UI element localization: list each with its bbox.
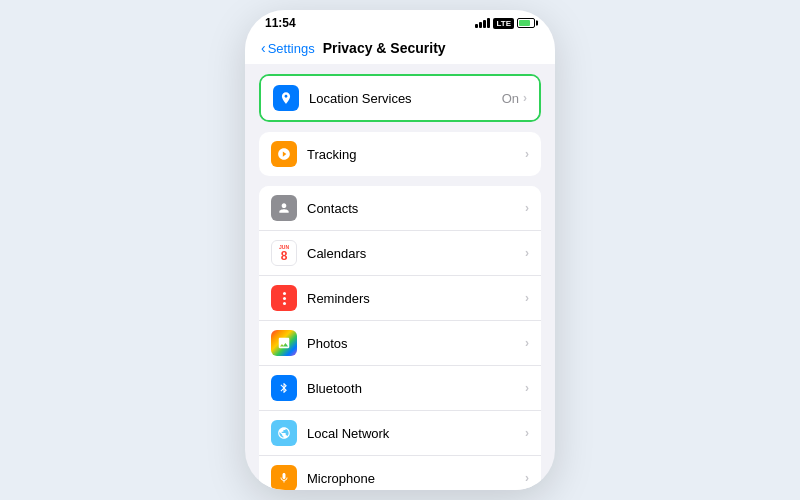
- local-network-label: Local Network: [307, 426, 525, 441]
- location-services-highlighted: Location Services On ›: [259, 74, 541, 122]
- signal-icon: [475, 18, 490, 28]
- calendars-icon: JUN 8: [271, 240, 297, 266]
- contacts-icon: [271, 195, 297, 221]
- contacts-row[interactable]: Contacts ›: [259, 186, 541, 231]
- photos-row[interactable]: Photos ›: [259, 321, 541, 366]
- location-services-label: Location Services: [309, 91, 502, 106]
- content-area: Location Services On › Tracking ›: [245, 64, 555, 490]
- tracking-section: Tracking ›: [259, 132, 541, 176]
- tracking-chevron: ›: [525, 147, 529, 161]
- lte-icon: LTE: [493, 18, 514, 29]
- reminders-icon: [271, 285, 297, 311]
- microphone-row[interactable]: Microphone ›: [259, 456, 541, 490]
- main-section: Contacts › JUN 8 Calendars ›: [259, 186, 541, 490]
- contacts-chevron: ›: [525, 201, 529, 215]
- location-services-value: On: [502, 91, 519, 106]
- back-button[interactable]: ‹ Settings: [261, 40, 315, 56]
- tracking-icon: [271, 141, 297, 167]
- calendars-row[interactable]: JUN 8 Calendars ›: [259, 231, 541, 276]
- tracking-row[interactable]: Tracking ›: [259, 132, 541, 176]
- location-services-icon: [273, 85, 299, 111]
- calendars-chevron: ›: [525, 246, 529, 260]
- status-bar: 11:54 LTE: [245, 10, 555, 34]
- photos-chevron: ›: [525, 336, 529, 350]
- tracking-label: Tracking: [307, 147, 525, 162]
- local-network-chevron: ›: [525, 426, 529, 440]
- bluetooth-icon: [271, 375, 297, 401]
- local-network-row[interactable]: Local Network ›: [259, 411, 541, 456]
- microphone-icon: [271, 465, 297, 490]
- main-group: Contacts › JUN 8 Calendars ›: [259, 186, 541, 490]
- reminders-row[interactable]: Reminders ›: [259, 276, 541, 321]
- photos-icon: [271, 330, 297, 356]
- bluetooth-label: Bluetooth: [307, 381, 525, 396]
- location-services-chevron: ›: [523, 91, 527, 105]
- tracking-group: Tracking ›: [259, 132, 541, 176]
- local-network-icon: [271, 420, 297, 446]
- nav-header: ‹ Settings Privacy & Security: [245, 34, 555, 64]
- reminders-label: Reminders: [307, 291, 525, 306]
- back-label: Settings: [268, 41, 315, 56]
- phone-frame: 11:54 LTE ‹ Settings Privacy & Security: [245, 10, 555, 490]
- back-chevron-icon: ‹: [261, 40, 266, 56]
- microphone-chevron: ›: [525, 471, 529, 485]
- calendars-label: Calendars: [307, 246, 525, 261]
- page-title: Privacy & Security: [323, 40, 446, 56]
- battery-icon: [517, 18, 535, 28]
- bluetooth-row[interactable]: Bluetooth ›: [259, 366, 541, 411]
- microphone-label: Microphone: [307, 471, 525, 486]
- photos-label: Photos: [307, 336, 525, 351]
- reminders-chevron: ›: [525, 291, 529, 305]
- contacts-label: Contacts: [307, 201, 525, 216]
- status-time: 11:54: [265, 16, 296, 30]
- status-icons: LTE: [475, 18, 535, 29]
- bluetooth-chevron: ›: [525, 381, 529, 395]
- location-services-row[interactable]: Location Services On ›: [261, 76, 539, 120]
